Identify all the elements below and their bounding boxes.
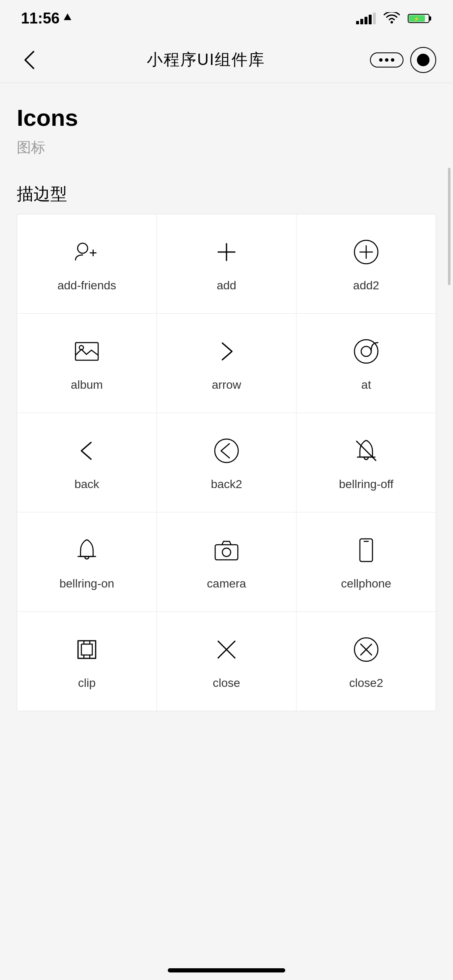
status-indicators: ⚡ xyxy=(356,12,432,25)
camera-icon xyxy=(210,533,243,567)
section-title: 描边型 xyxy=(17,182,436,205)
location-icon xyxy=(63,13,72,24)
icon-label-at: at xyxy=(361,378,371,392)
icon-label-add2: add2 xyxy=(353,279,379,292)
svg-point-5 xyxy=(78,243,88,253)
record-button[interactable] xyxy=(410,47,436,73)
icon-cell-at[interactable]: at xyxy=(297,314,436,413)
icon-cell-cellphone[interactable]: cellphone xyxy=(297,512,436,611)
more-button[interactable] xyxy=(370,52,404,68)
icon-cell-album[interactable]: album xyxy=(17,314,157,413)
icon-label-close2: close2 xyxy=(349,676,383,690)
back-button[interactable] xyxy=(17,47,42,73)
icon-cell-bellring-on[interactable]: bellring-on xyxy=(17,512,157,611)
add-icon xyxy=(210,235,243,269)
svg-rect-14 xyxy=(360,539,372,561)
add-friends-icon xyxy=(70,235,104,269)
icon-cell-arrow[interactable]: arrow xyxy=(157,314,297,413)
nav-actions xyxy=(370,47,436,73)
nav-bar: 小程序UI组件库 xyxy=(0,37,453,83)
icon-label-cellphone: cellphone xyxy=(341,577,391,590)
svg-rect-2 xyxy=(429,16,431,21)
icon-label-bellring-off: bellring-off xyxy=(339,478,393,491)
page-title: Icons xyxy=(17,104,436,131)
icon-cell-camera[interactable]: camera xyxy=(157,512,297,611)
album-icon xyxy=(70,335,104,368)
time-display: 11:56 xyxy=(21,10,60,27)
icon-label-close: close xyxy=(213,676,240,690)
svg-rect-12 xyxy=(215,545,238,560)
icon-label-add: add xyxy=(217,279,237,292)
icon-cell-add2[interactable]: add2 xyxy=(297,214,436,313)
svg-point-0 xyxy=(391,21,393,23)
icon-row: back back2 xyxy=(17,413,436,512)
back2-icon xyxy=(210,434,243,468)
icon-row: album arrow at xyxy=(17,314,436,413)
page-subtitle: 图标 xyxy=(17,138,436,157)
arrow-icon xyxy=(210,335,243,368)
icon-cell-close[interactable]: close xyxy=(157,612,297,711)
icon-cell-close2[interactable]: close2 xyxy=(297,612,436,711)
signal-icon xyxy=(356,13,376,24)
page-content: Icons 图标 描边型 add-friends xyxy=(0,83,453,728)
wifi-icon xyxy=(383,12,400,25)
back-icon xyxy=(70,434,104,468)
svg-text:⚡: ⚡ xyxy=(414,16,419,22)
close-icon xyxy=(210,633,243,666)
at-icon xyxy=(349,335,383,368)
cellphone-icon xyxy=(349,533,383,567)
icon-label-album: album xyxy=(71,378,103,392)
icon-cell-bellring-off[interactable]: bellring-off xyxy=(297,413,436,512)
close2-icon xyxy=(349,633,383,666)
icon-cell-clip[interactable]: clip xyxy=(17,612,157,711)
bellring-off-icon xyxy=(349,434,383,468)
icon-label-bellring-on: bellring-on xyxy=(60,577,115,590)
icon-cell-add[interactable]: add xyxy=(157,214,297,313)
icon-row: clip close close2 xyxy=(17,612,436,711)
home-indicator xyxy=(168,968,285,972)
add2-icon xyxy=(349,235,383,269)
icon-row: bellring-on camera xyxy=(17,512,436,612)
status-time: 11:56 xyxy=(21,10,72,27)
icon-cell-add-friends[interactable]: add-friends xyxy=(17,214,157,313)
icon-row: add-friends add add2 xyxy=(17,214,436,314)
battery-icon: ⚡ xyxy=(408,13,432,24)
icon-label-clip: clip xyxy=(78,676,96,690)
icon-cell-back[interactable]: back xyxy=(17,413,157,512)
clip-icon xyxy=(70,633,104,666)
back-chevron-icon xyxy=(23,49,36,70)
icon-grid: add-friends add add2 xyxy=(17,214,436,711)
icon-label-back2: back2 xyxy=(211,478,242,491)
svg-rect-15 xyxy=(78,641,96,658)
icon-cell-back2[interactable]: back2 xyxy=(157,413,297,512)
icon-label-back: back xyxy=(74,478,99,491)
icon-label-arrow: arrow xyxy=(212,378,241,392)
bellring-on-icon xyxy=(70,533,104,567)
nav-title: 小程序UI组件库 xyxy=(147,49,265,70)
scrollbar[interactable] xyxy=(448,168,450,285)
icon-label-add-friends: add-friends xyxy=(57,279,116,292)
status-bar: 11:56 ⚡ xyxy=(0,0,453,37)
svg-point-13 xyxy=(222,548,231,556)
svg-point-10 xyxy=(361,346,371,356)
icon-label-camera: camera xyxy=(207,577,246,590)
svg-point-11 xyxy=(215,439,238,463)
